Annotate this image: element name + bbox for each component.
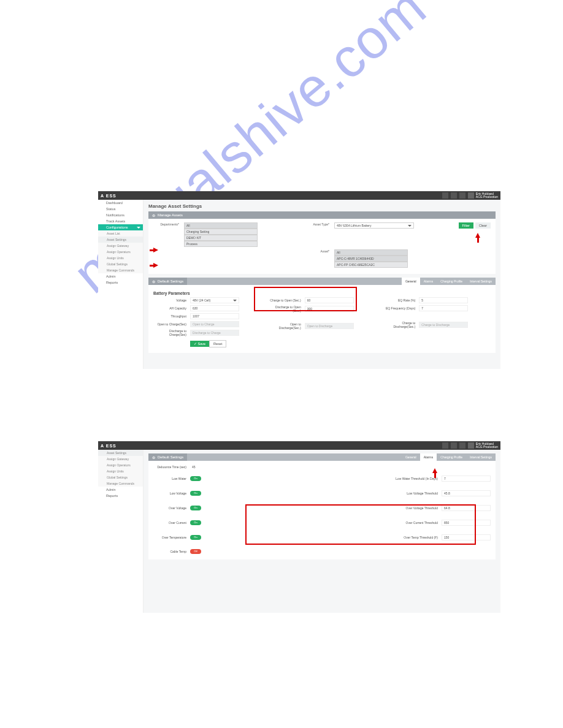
low-voltage-label: Low Voltage: [153, 491, 190, 495]
settings-tabs: ⚙Default Settings General Alarms Chargin…: [148, 278, 496, 285]
filter-button[interactable]: Filter: [459, 222, 473, 229]
sidebar-sub-assign-units[interactable]: Assign Units: [98, 255, 143, 261]
charge-to-open-input[interactable]: 60: [305, 297, 354, 303]
sidebar-item-track-assets[interactable]: Track Assets: [98, 218, 143, 224]
sidebar-item-admin[interactable]: Admin: [98, 273, 143, 279]
sidebar-sub-assign-operators[interactable]: Assign Operators: [98, 462, 143, 468]
clear-button[interactable]: Clear: [475, 222, 491, 229]
eq-rate-input[interactable]: 5: [419, 297, 468, 303]
debounce-value[interactable]: 45: [190, 464, 239, 469]
ah-input[interactable]: 630: [190, 305, 239, 311]
dept-option-process[interactable]: Process: [184, 241, 258, 247]
topbar: A ESS Eric Hubbard ACG Production: [98, 441, 500, 450]
asset-option-1[interactable]: APC-C-48VR 1C4006443D: [334, 256, 408, 262]
user-org: ACG Production: [476, 195, 498, 199]
gear-icon: ⚙: [152, 279, 156, 283]
dept-option-charging[interactable]: Charging Setting: [184, 229, 258, 235]
eq-freq-input[interactable]: 7: [419, 305, 468, 311]
over-current-toggle[interactable]: On: [190, 520, 201, 525]
asset-type-select[interactable]: 48V 630A Lithium Battery: [334, 222, 414, 229]
ah-label: AH Capacity: [153, 306, 190, 310]
sidebar-label: Reports: [106, 494, 118, 498]
tab-charging-profile[interactable]: Charging Profile: [437, 453, 466, 461]
user-block[interactable]: Eric Hubbard ACG Production: [468, 442, 498, 449]
sidebar-sub-manage-commands[interactable]: Manage Commands: [98, 267, 143, 273]
charge-to-discharge-input[interactable]: Charge to Discharge: [419, 322, 468, 328]
over-temp-thresh-input[interactable]: 150: [442, 534, 491, 540]
tab-interval-settings[interactable]: Interval Settings: [466, 453, 496, 461]
discharge-to-charge-input[interactable]: Discharge to Charge: [190, 330, 239, 336]
tab-alarms[interactable]: Alarms: [420, 453, 437, 461]
dept-option-all[interactable]: All: [184, 222, 258, 229]
tab-alarms[interactable]: Alarms: [420, 278, 437, 285]
reset-button[interactable]: Reset: [209, 340, 226, 347]
low-water-thresh-input[interactable]: 7: [442, 476, 491, 482]
sidebar-item-reports[interactable]: Reports: [98, 493, 143, 499]
sidebar-item-reports[interactable]: Reports: [98, 279, 143, 286]
asset-option-2[interactable]: APC-FP C45C-68E25CA2C: [334, 262, 408, 268]
top-icon-2[interactable]: [451, 192, 457, 199]
sidebar-item-admin[interactable]: Admin: [98, 487, 143, 493]
toggle-on-text: On: [190, 520, 201, 525]
toggle-on-text: On: [190, 535, 201, 540]
top-icon-1[interactable]: [442, 442, 448, 449]
tab-interval-settings[interactable]: Interval Settings: [466, 278, 496, 285]
user-block[interactable]: Eric Hubbard ACG Production: [468, 192, 498, 199]
sidebar-sub-assign-units[interactable]: Assign Units: [98, 468, 143, 474]
sidebar-item-notifications[interactable]: Notifications: [98, 212, 143, 218]
top-icon-2[interactable]: [451, 442, 457, 449]
open-to-charge-input[interactable]: Open to Charge: [190, 321, 239, 327]
sidebar-sub-assign-operators[interactable]: Assign Operators: [98, 249, 143, 255]
tab-general[interactable]: General: [402, 453, 420, 461]
low-voltage-toggle[interactable]: On: [190, 491, 201, 496]
low-water-toggle[interactable]: On: [190, 476, 201, 481]
sidebar-sub-assign-gateway[interactable]: Assign Gateway: [98, 456, 143, 462]
low-voltage-thresh-input[interactable]: 45.8: [442, 490, 491, 496]
sidebar-item-status[interactable]: Status: [98, 206, 143, 212]
sidebar-sub-assign-gateway[interactable]: Assign Gateway: [98, 243, 143, 249]
top-icon-1[interactable]: [442, 192, 448, 199]
toggle-on-text: On: [190, 476, 201, 481]
cable-temp-toggle[interactable]: Off: [190, 549, 201, 554]
callout-arrow-alarms-tab: [432, 468, 437, 473]
discharge-to-open-input[interactable]: 300: [305, 306, 354, 312]
sidebar-sub-asset-settings[interactable]: Asset Settings: [98, 237, 143, 243]
top-icon-3[interactable]: [459, 442, 465, 449]
discharge-to-open-label: Discharge to Open (Sec.): [268, 305, 305, 313]
sidebar-sub-global-settings[interactable]: Global Settings: [98, 261, 143, 267]
sidebar-sub-asset-list[interactable]: Asset List: [98, 230, 143, 237]
open-to-discharge-input[interactable]: Open to Discharge: [305, 323, 354, 329]
topbar-right: Eric Hubbard ACG Production: [442, 442, 498, 449]
voltage-select[interactable]: 48V (24 Cell): [190, 297, 239, 303]
dept-option-demo[interactable]: DEMO KIT: [184, 235, 258, 241]
bar-label: Default Settings: [158, 455, 183, 459]
asset-type-label: Asset Type*: [304, 222, 332, 226]
voltage-label: Voltage: [153, 298, 190, 302]
sidebar-sub-manage-commands[interactable]: Manage Commands: [98, 480, 143, 487]
tab-general[interactable]: General: [402, 278, 420, 285]
over-voltage-toggle[interactable]: On: [190, 506, 201, 510]
tab-charging-profile[interactable]: Charging Profile: [437, 278, 466, 285]
sidebar: Asset Settings Assign Gateway Assign Ope…: [98, 450, 144, 613]
chevron-down-icon: [233, 300, 237, 301]
settings-tabs: ⚙Default Settings General Alarms Chargin…: [148, 453, 496, 461]
sidebar-sub-global-settings[interactable]: Global Settings: [98, 474, 143, 480]
departments-listbox[interactable]: All Charging Setting DEMO KIT Process: [184, 222, 258, 247]
asset-option-all[interactable]: All: [334, 249, 408, 256]
default-settings-bar: ⚙Default Settings: [148, 278, 187, 285]
throughput-input[interactable]: 1007: [190, 313, 239, 319]
filter-panel: Departments* All Charging Setting DEMO K…: [148, 219, 496, 274]
top-icon-3[interactable]: [459, 192, 465, 199]
save-button[interactable]: ✓ Save: [190, 341, 209, 347]
asset-listbox[interactable]: All APC-C-48VR 1C4006443D APC-FP C45C-68…: [334, 249, 414, 268]
sidebar-sub-asset-settings[interactable]: Asset Settings: [98, 450, 143, 456]
over-current-thresh-input[interactable]: 850: [442, 520, 491, 526]
bar-label: Default Settings: [158, 279, 183, 283]
sidebar-item-configurations[interactable]: Configurations: [98, 224, 143, 230]
over-voltage-thresh-input[interactable]: 64.8: [442, 505, 491, 511]
departments-label: Departments*: [153, 222, 182, 226]
over-temp-toggle[interactable]: On: [190, 535, 201, 540]
sidebar-item-dashboard[interactable]: Dashboard: [98, 200, 143, 206]
voltage-value: 48V (24 Cell): [193, 298, 210, 302]
over-temp-thresh-label: Over Temp Threshold (F): [393, 536, 442, 539]
